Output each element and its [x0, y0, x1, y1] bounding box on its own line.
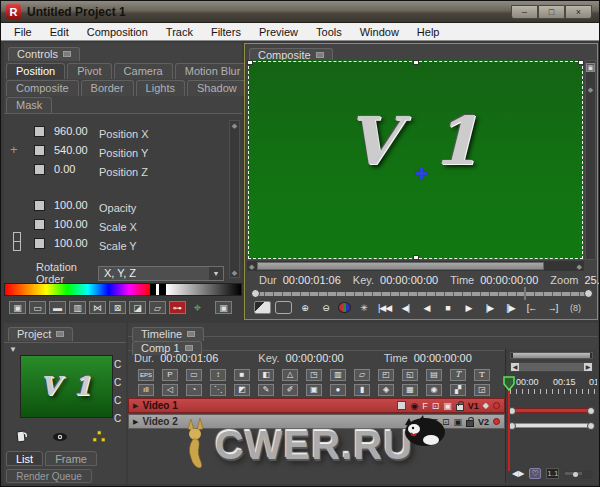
folder-export-icon[interactable]: ◱ — [402, 369, 418, 381]
maximize-button[interactable]: □ — [538, 5, 565, 19]
keyframe-diamond-icon[interactable]: ◆ — [483, 401, 489, 410]
cylinder-icon[interactable]: ▮ — [354, 384, 370, 396]
gradient-layer-icon[interactable]: ◧ — [258, 369, 274, 381]
controls-scrollbar[interactable]: ◆ ◆ — [229, 120, 240, 278]
audio-levels-icon[interactable]: ıll — [138, 384, 154, 396]
go-to-start-button[interactable]: |◀◀ — [376, 301, 393, 314]
keyframe-dot-icon[interactable] — [493, 418, 500, 425]
panel-menu-button[interactable] — [63, 51, 71, 57]
menu-tools[interactable]: Tools — [307, 26, 351, 38]
param-value[interactable]: 100.00 — [54, 198, 99, 211]
loop-button[interactable]: (8) — [567, 301, 584, 314]
tab-project[interactable]: Project — [8, 327, 73, 341]
playhead-marker[interactable] — [503, 376, 515, 390]
time-ruler[interactable]: 00:00 00:15 01 — [510, 376, 597, 395]
expand-icon[interactable]: ▶ — [133, 418, 138, 426]
param-value[interactable]: 0.00 — [54, 162, 99, 175]
tab-camera[interactable]: Camera — [114, 63, 173, 79]
video-1-duration-bar[interactable] — [511, 408, 592, 413]
track-label[interactable]: V1 — [468, 401, 479, 411]
param-value[interactable]: 540.00 — [54, 143, 99, 156]
tab-motion-blur[interactable]: Motion Blur — [175, 63, 251, 79]
scroll-left-icon[interactable]: ◆ — [249, 263, 254, 270]
effects-icon[interactable]: F — [422, 401, 428, 411]
sphere-icon[interactable]: ● — [330, 384, 346, 396]
param-value[interactable]: 100.00 — [54, 236, 99, 249]
set-in-point-button[interactable]: [← — [523, 301, 540, 314]
scissors-icon[interactable]: ⋈ — [89, 301, 106, 314]
composite-viewport[interactable]: V 1 — [247, 60, 584, 260]
keyframe-handle[interactable] — [587, 407, 595, 415]
scroll-right-icon[interactable]: ◆ — [577, 263, 582, 270]
tab-position[interactable]: Position — [6, 63, 65, 79]
play-button[interactable]: ▶ — [460, 301, 477, 314]
solid-layer-icon[interactable]: ■ — [234, 369, 250, 381]
anchor-icon[interactable] — [92, 429, 106, 448]
time-slider-knob[interactable] — [251, 289, 260, 298]
perspective-box-icon[interactable]: ▱ — [149, 301, 166, 314]
checkbox-icon[interactable]: ▣ — [215, 301, 232, 314]
tab-controls[interactable]: Controls — [8, 47, 80, 61]
zoom-slider-knob[interactable] — [584, 289, 593, 298]
ratio-icon[interactable]: 1.1 — [546, 468, 559, 479]
minimize-button[interactable]: – — [511, 5, 538, 19]
anchor-target-icon[interactable]: ⌖ — [189, 301, 206, 314]
diamond-icon[interactable]: ◈ — [378, 384, 394, 396]
tab-pivot[interactable]: Pivot — [67, 63, 111, 79]
keyframe-nav-icon[interactable]: ◀▶ — [512, 468, 524, 479]
menu-preview[interactable]: Preview — [250, 26, 307, 38]
param-value[interactable]: 100.00 — [54, 217, 99, 230]
render-quality-icon[interactable]: ✳ — [355, 301, 372, 314]
eps-import-icon[interactable]: EPS — [138, 369, 154, 381]
keyframe-checkbox[interactable] — [34, 200, 45, 211]
bucket-icon[interactable] — [14, 429, 28, 448]
view-options-button[interactable]: ▣ — [586, 63, 595, 72]
layer-color-swatch[interactable] — [397, 401, 406, 410]
keyframe-key-icon[interactable]: ⊶ — [169, 301, 186, 314]
time-slider-groove[interactable] — [255, 291, 587, 297]
zoom-in-icon[interactable]: ⊕ — [296, 301, 313, 314]
range-left-handle[interactable]: ◀ — [511, 363, 519, 371]
chevron-down-icon[interactable]: ▼ — [209, 267, 223, 280]
selection-handle[interactable] — [578, 60, 584, 65]
play-reverse-button[interactable]: ◀ — [418, 301, 435, 314]
rgb-channels-icon[interactable] — [338, 302, 351, 313]
project-list-item[interactable]: C — [114, 377, 126, 388]
matte-icon[interactable]: ◩ — [234, 384, 250, 396]
gradient-cursor[interactable] — [150, 284, 166, 295]
track-name[interactable]: Video 1 — [142, 400, 177, 411]
grayscale-gradient[interactable] — [166, 284, 241, 295]
tab-frame[interactable]: Frame — [45, 451, 97, 466]
selection-grid-icon[interactable]: ▣ — [9, 301, 26, 314]
eye-icon[interactable]: ◉ — [410, 401, 418, 411]
color-wheel-icon[interactable]: ◔ — [186, 384, 202, 396]
project-list-item[interactable]: C — [114, 359, 126, 370]
anchor-point-icon[interactable]: ↕ — [210, 369, 226, 381]
keyframe-checkbox[interactable] — [34, 219, 45, 230]
text-italic-icon[interactable]: T — [450, 369, 466, 381]
project-thumbnail[interactable]: V 1 — [20, 355, 113, 418]
menu-window[interactable]: Window — [351, 26, 408, 38]
selection-handle[interactable] — [247, 60, 253, 65]
histogram-icon[interactable]: ▞ — [450, 384, 466, 396]
previous-frame-button[interactable]: ◀| — [397, 301, 414, 314]
effects-icon[interactable]: F — [432, 417, 438, 427]
columns-icon[interactable]: ▥ — [330, 369, 346, 381]
range-right-handle[interactable]: ▶ — [584, 363, 592, 371]
track-video-1[interactable]: ▶ Video 1 ◉F⊡▣V1◆ — [128, 398, 505, 413]
close-button[interactable]: × — [565, 5, 592, 19]
keyframe-checkbox[interactable] — [34, 238, 45, 249]
video-2-duration-bar[interactable] — [511, 423, 592, 428]
viewport-vscrollbar[interactable]: ▣ ◆ — [585, 60, 596, 260]
keyframe-dot-icon[interactable] — [493, 402, 500, 409]
marker-heart-icon[interactable]: ♡ — [529, 468, 541, 479]
rectangle-icon[interactable]: ▭ — [29, 301, 46, 314]
tab-mask[interactable]: Mask — [6, 97, 52, 113]
cube-icon[interactable]: ▣ — [306, 384, 322, 396]
track-video-2[interactable]: ▶ Video 2 ◉F⊡▣V2 — [128, 414, 505, 429]
set-out-point-button[interactable]: →] — [544, 301, 561, 314]
film-frame-icon[interactable]: ▦ — [402, 384, 418, 396]
menu-filters[interactable]: Filters — [202, 26, 250, 38]
pen-icon[interactable]: ✎ — [258, 384, 274, 396]
filled-rectangle-icon[interactable]: ▬ — [49, 301, 66, 314]
